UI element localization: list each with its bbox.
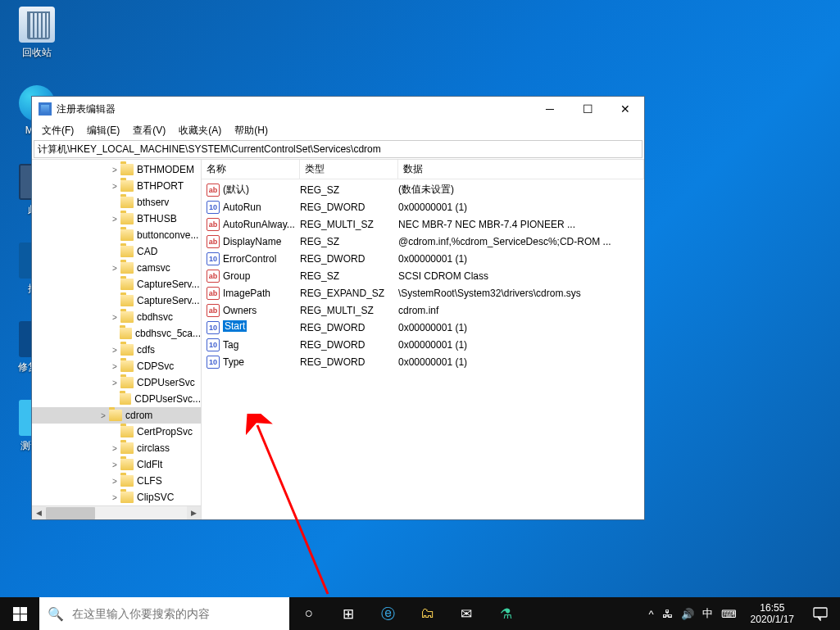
tree-item[interactable]: CDPUserSvc... bbox=[32, 391, 201, 407]
folder-icon bbox=[120, 492, 134, 503]
value-row[interactable]: 10AutoRunREG_DWORD0x00000001 (1) bbox=[202, 198, 644, 215]
tree-item[interactable]: CAD bbox=[32, 243, 201, 260]
tree-item[interactable]: >camsvc bbox=[32, 260, 201, 276]
column-type[interactable]: 类型 bbox=[300, 160, 398, 179]
tree-item[interactable]: >cdfs bbox=[32, 342, 201, 358]
taskbar-file-explorer[interactable]: 🗂 bbox=[407, 597, 447, 630]
action-center-button[interactable] bbox=[801, 597, 840, 630]
tray-ime-indicator[interactable]: 中 bbox=[698, 606, 717, 621]
scroll-track[interactable] bbox=[46, 506, 187, 519]
expand-icon[interactable]: > bbox=[109, 182, 120, 191]
folder-icon bbox=[120, 180, 134, 192]
tree-horizontal-scrollbar[interactable]: ◀ ▶ bbox=[32, 505, 201, 519]
menu-help[interactable]: 帮助(H) bbox=[228, 122, 275, 139]
expand-icon[interactable]: > bbox=[109, 378, 120, 388]
expand-icon[interactable]: > bbox=[109, 264, 120, 273]
value-name: Owners bbox=[223, 305, 300, 316]
value-row[interactable]: abGroupREG_SZSCSI CDROM Class bbox=[202, 267, 644, 284]
tree-item[interactable]: CertPropSvc bbox=[32, 424, 201, 440]
value-type-icon: ab bbox=[207, 304, 220, 317]
tree-item[interactable]: >ClipSVC bbox=[32, 489, 201, 505]
tree-label: CldFlt bbox=[137, 459, 162, 470]
expand-icon[interactable]: > bbox=[109, 165, 120, 174]
tree-item[interactable]: >CLFS bbox=[32, 473, 201, 489]
tree-item[interactable]: >CldFlt bbox=[32, 456, 201, 473]
menu-favorites[interactable]: 收藏夹(A) bbox=[172, 122, 228, 139]
taskbar-app[interactable]: ⚗ bbox=[486, 597, 525, 630]
value-row[interactable]: 10StartREG_DWORD0x00000001 (1) bbox=[202, 319, 644, 336]
tree-item[interactable]: CaptureServ... bbox=[32, 292, 201, 309]
start-button[interactable] bbox=[0, 597, 39, 630]
search-input[interactable] bbox=[72, 607, 289, 620]
value-row[interactable]: 10TypeREG_DWORD0x00000001 (1) bbox=[202, 353, 644, 370]
value-row[interactable]: abOwnersREG_MULTI_SZcdrom.inf bbox=[202, 301, 644, 319]
scroll-right-button[interactable]: ▶ bbox=[187, 506, 201, 519]
value-row[interactable]: abAutoRunAlway...REG_MULTI_SZNEC MBR-7 N… bbox=[202, 215, 644, 233]
column-data[interactable]: 数据 bbox=[398, 160, 644, 179]
tree-item[interactable]: >BTHPORT bbox=[32, 178, 201, 194]
menu-edit[interactable]: 编辑(E) bbox=[80, 122, 126, 139]
value-row[interactable]: ab(默认)REG_SZ(数值未设置) bbox=[202, 181, 644, 198]
tray-network-icon[interactable]: 🖧 bbox=[658, 608, 677, 620]
folder-icon bbox=[120, 328, 132, 339]
menu-view[interactable]: 查看(V) bbox=[126, 122, 172, 139]
close-button[interactable]: ✕ bbox=[606, 97, 644, 121]
tree-item[interactable]: buttonconve... bbox=[32, 227, 201, 243]
tree-item[interactable]: >cdrom bbox=[32, 407, 201, 424]
maximize-button[interactable]: ☐ bbox=[569, 97, 606, 121]
tree-item[interactable]: >BTHUSB bbox=[32, 211, 201, 227]
desktop-icon-recycle-bin[interactable]: 回收站 bbox=[8, 7, 66, 60]
taskbar-search[interactable]: 🔍 bbox=[39, 597, 289, 630]
windows-logo-icon bbox=[13, 607, 27, 621]
value-data: cdrom.inf bbox=[398, 305, 644, 316]
tree-item[interactable]: CaptureServ... bbox=[32, 276, 201, 292]
task-view-button[interactable]: ⊞ bbox=[329, 597, 368, 630]
value-type: REG_SZ bbox=[300, 236, 398, 247]
scroll-thumb[interactable] bbox=[46, 507, 95, 519]
tray-ime-icon[interactable]: ⌨ bbox=[717, 608, 741, 620]
value-type-icon: ab bbox=[207, 184, 220, 197]
expand-icon[interactable]: > bbox=[109, 215, 120, 224]
expand-icon[interactable]: > bbox=[109, 444, 120, 453]
scroll-left-button[interactable]: ◀ bbox=[32, 506, 46, 519]
tree-panel: >BTHMODEM>BTHPORTbthserv>BTHUSBbuttoncon… bbox=[32, 160, 202, 519]
tree-label: CLFS bbox=[137, 475, 162, 487]
tree-item[interactable]: >cbdhsvc bbox=[32, 309, 201, 325]
tree-item[interactable]: >CDPSvc bbox=[32, 358, 201, 374]
tree-item[interactable]: >CDPUserSvc bbox=[32, 374, 201, 391]
expand-icon[interactable]: > bbox=[109, 460, 120, 469]
expand-icon[interactable]: > bbox=[98, 411, 109, 420]
column-name[interactable]: 名称 bbox=[202, 160, 300, 179]
tree-item[interactable]: >circlass bbox=[32, 440, 201, 456]
value-row[interactable]: abDisplayNameREG_SZ@cdrom.inf,%cdrom_Ser… bbox=[202, 233, 644, 250]
values-list[interactable]: ab(默认)REG_SZ(数值未设置)10AutoRunREG_DWORD0x0… bbox=[202, 179, 644, 370]
value-name: AutoRunAlway... bbox=[223, 219, 300, 230]
cortana-button[interactable]: ○ bbox=[289, 597, 329, 630]
taskbar-mail[interactable]: ✉ bbox=[447, 597, 486, 630]
tree-item[interactable]: cbdhsvc_5ca... bbox=[32, 325, 201, 342]
value-type-icon: ab bbox=[207, 218, 220, 231]
value-row[interactable]: 10ErrorControlREG_DWORD0x00000001 (1) bbox=[202, 250, 644, 267]
address-bar[interactable]: 计算机\HKEY_LOCAL_MACHINE\SYSTEM\CurrentCon… bbox=[34, 140, 642, 158]
taskbar-clock[interactable]: 16:55 2020/1/17 bbox=[744, 602, 801, 625]
tree-item[interactable]: bthserv bbox=[32, 194, 201, 211]
minimize-button[interactable]: ─ bbox=[531, 97, 569, 121]
registry-tree[interactable]: >BTHMODEM>BTHPORTbthserv>BTHUSBbuttoncon… bbox=[32, 160, 201, 505]
expand-icon[interactable]: > bbox=[109, 313, 120, 322]
value-name: ErrorControl bbox=[223, 253, 300, 265]
folder-icon bbox=[120, 459, 134, 470]
titlebar[interactable]: 注册表编辑器 ─ ☐ ✕ bbox=[32, 97, 644, 121]
tray-volume-icon[interactable]: 🔊 bbox=[677, 608, 698, 620]
menu-file[interactable]: 文件(F) bbox=[35, 122, 80, 139]
taskbar-edge[interactable]: ⓔ bbox=[368, 597, 407, 630]
expand-icon[interactable]: > bbox=[109, 346, 120, 355]
value-type: REG_DWORD bbox=[300, 339, 398, 351]
value-row[interactable]: abImagePathREG_EXPAND_SZ\SystemRoot\Syst… bbox=[202, 284, 644, 301]
tree-item[interactable]: >BTHMODEM bbox=[32, 161, 201, 178]
value-row[interactable]: 10TagREG_DWORD0x00000001 (1) bbox=[202, 336, 644, 353]
expand-icon[interactable]: > bbox=[109, 362, 120, 371]
expand-icon[interactable]: > bbox=[109, 493, 120, 502]
tray-show-hidden-icon[interactable]: ^ bbox=[645, 608, 658, 620]
value-type-icon: 10 bbox=[207, 252, 220, 265]
expand-icon[interactable]: > bbox=[109, 477, 120, 486]
